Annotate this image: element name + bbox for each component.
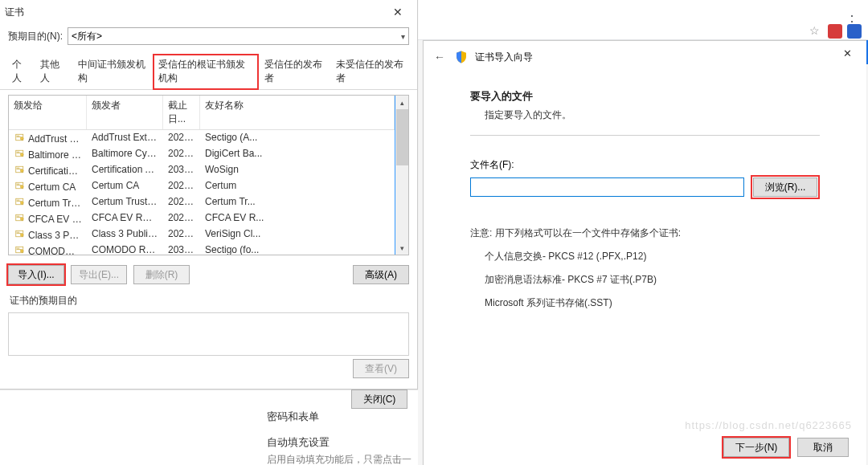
- autofill-description: 启用自动填充功能后，只需点击一次即可填写多个表单: [0, 450, 418, 465]
- certificate-icon: [14, 132, 27, 143]
- list-rows: AddTrust Ext...AddTrust Exte...2020/...S…: [9, 130, 395, 255]
- svg-rect-13: [17, 184, 20, 185]
- vertical-scrollbar[interactable]: ▴ ▾: [395, 96, 408, 255]
- scroll-up-icon[interactable]: ▴: [395, 96, 409, 109]
- chevron-down-icon: ▾: [401, 32, 405, 41]
- svg-rect-25: [17, 232, 20, 233]
- header-issued-to[interactable]: 颁发给: [9, 96, 87, 129]
- header-expires[interactable]: 截止日...: [163, 96, 200, 129]
- wizard-subtext: 指定要导入的文件。: [470, 104, 820, 136]
- intended-purpose-label: 证书的预期目的: [0, 288, 417, 311]
- svg-point-27: [20, 234, 23, 237]
- svg-rect-14: [17, 185, 22, 186]
- delete-button: 删除(R): [133, 265, 190, 284]
- note-pkcs12: 个人信息交换- PKCS #12 (.PFX,.P12): [470, 245, 820, 268]
- filename-label: 文件名(F):: [470, 158, 820, 172]
- scroll-down-icon[interactable]: ▾: [395, 241, 409, 255]
- table-row[interactable]: Class 3 Publi...Class 3 Public ...2028/.…: [9, 226, 395, 243]
- svg-rect-9: [17, 168, 20, 169]
- cancel-button[interactable]: 取消: [797, 438, 849, 457]
- purpose-combobox[interactable]: <所有> ▾: [68, 27, 409, 45]
- tab-untrusted-publishers[interactable]: 未受信任的发布者: [330, 54, 411, 90]
- import-button[interactable]: 导入(I)...: [8, 265, 64, 284]
- svg-rect-30: [17, 249, 22, 250]
- tab-intermediate[interactable]: 中间证书颁发机构: [72, 54, 153, 90]
- wizard-close-icon[interactable]: ✕: [829, 44, 865, 62]
- svg-point-3: [20, 137, 23, 141]
- certificate-icon: [14, 212, 27, 223]
- wizard-heading: 要导入的文件: [470, 89, 820, 104]
- header-issuer[interactable]: 颁发者: [87, 96, 163, 129]
- svg-rect-17: [17, 200, 20, 201]
- certificate-icon: [14, 180, 27, 191]
- close-icon[interactable]: ✕: [383, 2, 412, 22]
- browser-chrome: ⋮ ☆: [418, 0, 868, 40]
- scroll-thumb[interactable]: [396, 109, 408, 165]
- table-row[interactable]: COMODO R...COMODO RSA...2038/...Sectigo …: [9, 243, 395, 255]
- view-button: 查看(V): [353, 359, 409, 378]
- intended-purpose-box: [8, 312, 409, 356]
- import-wizard-dialog: ✕ ← 证书导入向导 要导入的文件 指定要导入的文件。 文件名(F): 浏览(R…: [423, 40, 866, 465]
- filename-input[interactable]: [470, 177, 744, 197]
- svg-point-7: [20, 153, 23, 157]
- svg-rect-29: [17, 248, 20, 249]
- shield-icon: [454, 50, 469, 64]
- advanced-button[interactable]: 高级(A): [353, 265, 409, 284]
- svg-rect-18: [17, 201, 22, 202]
- svg-rect-6: [17, 153, 22, 153]
- wizard-title: 证书导入向导: [475, 51, 533, 64]
- svg-rect-1: [17, 136, 20, 137]
- certificates-dialog: 证书 ✕ 预期目的(N): <所有> ▾ 个人 其他人 中间证书颁发机构 受信任…: [0, 0, 418, 390]
- extension-icon-1[interactable]: [828, 24, 842, 39]
- table-row[interactable]: Certum Trus...Certum Truste...2029/...Ce…: [9, 194, 395, 210]
- tab-other[interactable]: 其他人: [35, 54, 72, 90]
- table-row[interactable]: Certification ...Certification A...2039/…: [9, 162, 395, 178]
- svg-rect-26: [17, 233, 22, 234]
- back-arrow-icon[interactable]: ←: [432, 51, 448, 63]
- next-button[interactable]: 下一步(N): [723, 438, 789, 457]
- purpose-label: 预期目的(N):: [8, 30, 63, 43]
- svg-rect-10: [17, 169, 22, 169]
- note-pkcs7: 加密消息语法标准- PKCS #7 证书(.P7B): [470, 268, 820, 292]
- certificate-icon: [14, 148, 27, 159]
- certificate-list: 颁发给 颁发者 截止日... 友好名称 AddTrust Ext...AddTr…: [8, 95, 409, 255]
- svg-rect-22: [17, 217, 22, 218]
- svg-rect-2: [17, 137, 22, 137]
- table-row[interactable]: Baltimore Cy...Baltimore Cyb...2025/...D…: [9, 146, 395, 162]
- extension-icon-2[interactable]: [847, 24, 862, 39]
- table-row[interactable]: AddTrust Ext...AddTrust Exte...2020/...S…: [9, 130, 395, 146]
- watermark: https://blog.csdn.net/q6223665: [685, 419, 852, 431]
- tab-trusted-root[interactable]: 受信任的根证书颁发机构: [153, 54, 259, 90]
- table-row[interactable]: CFCA EV RO...CFCA EV ROOT2029/...CFCA EV…: [9, 210, 395, 226]
- browse-button[interactable]: 浏览(R)...: [753, 177, 817, 197]
- list-headers: 颁发给 颁发者 截止日... 友好名称: [9, 96, 395, 130]
- purpose-value: <所有>: [72, 30, 102, 43]
- svg-rect-21: [17, 216, 20, 217]
- tab-strip: 个人 其他人 中间证书颁发机构 受信任的根证书颁发机构 受信任的发布者 未受信任…: [0, 53, 417, 90]
- note-sst: Microsoft 系列证书存储(.SST): [470, 292, 820, 315]
- svg-point-15: [20, 186, 23, 189]
- note-lead: 注意: 用下列格式可以在一个文件中存储多个证书:: [470, 222, 820, 245]
- titlebar: 证书 ✕: [0, 0, 417, 24]
- header-friendly[interactable]: 友好名称: [200, 96, 395, 129]
- export-button: 导出(E)...: [71, 265, 127, 284]
- svg-point-19: [20, 202, 23, 205]
- certificate-icon: [14, 196, 27, 207]
- dialog-title: 证书: [5, 6, 24, 19]
- tab-trusted-publishers[interactable]: 受信任的发布者: [259, 54, 330, 90]
- certificate-icon: [14, 164, 27, 175]
- tab-personal[interactable]: 个人: [6, 54, 35, 90]
- svg-rect-5: [17, 152, 20, 153]
- svg-point-11: [20, 169, 23, 173]
- svg-point-23: [20, 218, 23, 221]
- bookmark-star-icon[interactable]: ☆: [809, 24, 820, 37]
- close-button[interactable]: 关闭(C): [351, 390, 407, 409]
- certificate-icon: [14, 244, 27, 255]
- svg-point-31: [20, 250, 23, 253]
- autofill-link[interactable]: 自动填充设置: [0, 424, 418, 450]
- table-row[interactable]: Certum CACertum CA2027/...Certum: [9, 178, 395, 194]
- certificate-icon: [14, 228, 27, 239]
